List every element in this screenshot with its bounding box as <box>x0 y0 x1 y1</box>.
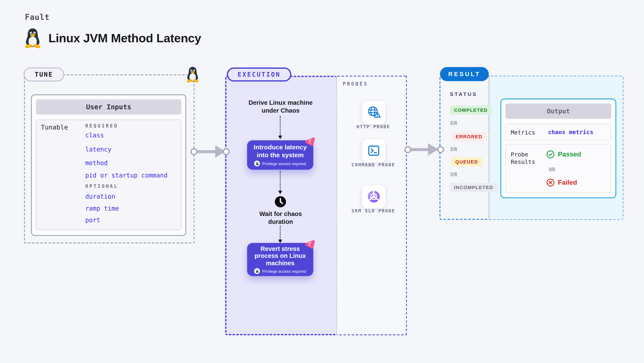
user-inputs-title: User Inputs <box>36 100 181 115</box>
status-badge-queued: QUEUED <box>451 157 482 166</box>
flow-arrow-head <box>278 136 282 139</box>
x-circle-icon <box>546 178 555 186</box>
chaos-fault-icon <box>305 137 315 148</box>
metrics-row: Metrics chaos metrics <box>506 124 612 140</box>
tux-penguin-icon <box>24 26 41 50</box>
passed-label: Passed <box>558 150 581 158</box>
slo-donut-icon <box>366 189 381 204</box>
probes-label: PROBES <box>343 81 368 87</box>
chaos-fault-icon <box>305 239 315 250</box>
probe-name: SRM SLO PROBE <box>346 208 400 214</box>
tunable-field: duration <box>85 193 115 200</box>
probe-name: COMMAND PROBE <box>346 162 400 168</box>
srm-slo-probe-card <box>362 185 386 209</box>
optional-label: OPTIONAL <box>85 184 118 189</box>
globe-alert-icon <box>366 105 381 120</box>
step-wait-duration: Wait for chaos duration <box>256 210 306 226</box>
tunable-field: method <box>85 160 108 167</box>
status-badge-errored: ERRORED <box>452 132 486 141</box>
page-title: Linux JVM Method Latency <box>48 31 201 45</box>
clock-icon <box>274 196 286 208</box>
tunable-field: latency <box>85 146 112 153</box>
privilege-row: Privilege access required <box>254 268 306 274</box>
diagram-canvas: Fault Linux JVM Method Latency TUNE User… <box>0 0 644 363</box>
tune-to-execution-arrow <box>194 150 216 153</box>
connector-dot <box>222 148 230 155</box>
step-label: Revert stress process on Linux machines <box>252 245 308 267</box>
step-derive-machine: Derive Linux machine under Chaos <box>245 98 316 114</box>
or-label: OR <box>450 146 458 152</box>
tunable-label: Tunable <box>41 124 68 131</box>
failed-result: Failed <box>546 178 577 186</box>
connector-dot <box>404 146 411 153</box>
result-badge: RESULT <box>440 67 489 81</box>
title-row: Linux JVM Method Latency <box>24 26 201 50</box>
tunable-field: port <box>85 216 100 224</box>
tunable-field: ramp time <box>85 205 119 212</box>
lock-icon <box>254 161 260 166</box>
probe-results-label: Probe Results <box>511 150 544 166</box>
privilege-row: Privilege access required <box>254 161 306 166</box>
command-probe-card <box>362 138 386 162</box>
status-label: STATUS <box>450 92 477 97</box>
privilege-note: Privilege access required <box>262 269 306 274</box>
step-revert-process: Revert stress process on Linux machines … <box>247 243 314 276</box>
metrics-value: chaos metrics <box>548 129 593 136</box>
step-introduce-latency: Introduce latency into the system Privil… <box>247 140 314 170</box>
terminal-icon <box>367 144 381 158</box>
connector-dot <box>190 148 197 155</box>
tunable-field: class <box>85 132 104 139</box>
flow-arrow-head <box>278 191 282 194</box>
failed-label: Failed <box>558 179 577 186</box>
passed-result: Passed <box>546 150 581 158</box>
status-badge-incompleted: INCOMPLETED <box>450 183 497 192</box>
check-circle-icon <box>546 150 555 158</box>
probe-results-row: Probe Results Passed OR Failed <box>506 144 612 193</box>
output-title: Output <box>506 104 612 119</box>
required-label: REQUIRED <box>85 123 118 128</box>
result-divider <box>489 76 489 220</box>
or-label: OR <box>549 166 555 173</box>
metrics-label: Metrics <box>511 129 535 136</box>
privilege-note: Privilege access required <box>262 161 306 166</box>
flow-connector <box>280 226 281 240</box>
flow-arrow-head <box>278 240 282 243</box>
or-label: OR <box>450 120 458 126</box>
status-badge-completed: COMPLETED <box>450 106 492 114</box>
fault-eyebrow: Fault <box>25 12 50 22</box>
or-label: OR <box>450 172 458 178</box>
tux-penguin-small-icon <box>186 65 200 84</box>
probe-name: HTTP PROBE <box>346 124 400 130</box>
flow-connector <box>280 171 281 191</box>
execution-badge: EXECUTION <box>227 68 292 82</box>
http-probe-card <box>362 101 386 125</box>
flow-connector <box>280 116 281 136</box>
step-label: Introduce latency into the system <box>251 144 310 159</box>
lock-icon <box>254 268 260 274</box>
tune-badge: TUNE <box>24 68 64 82</box>
tunable-field: pid or startup command <box>85 172 168 179</box>
connector-dot <box>437 146 444 153</box>
arrow-head <box>428 143 438 156</box>
